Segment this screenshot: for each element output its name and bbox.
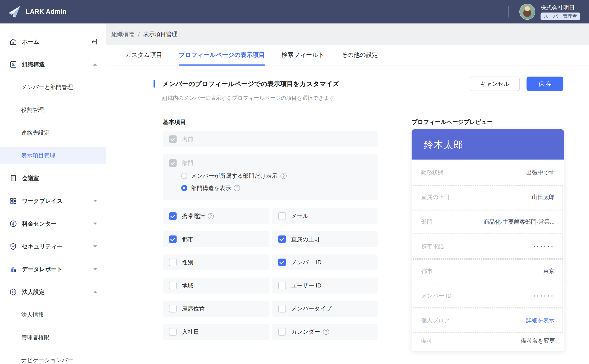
radio-unselected[interactable] bbox=[181, 173, 188, 179]
field-city[interactable]: 都市 bbox=[163, 231, 270, 247]
department-checkbox bbox=[169, 159, 177, 167]
sidebar-item-role-mgmt[interactable]: 役割管理 bbox=[0, 102, 106, 118]
checkbox-unchecked[interactable] bbox=[278, 282, 286, 289]
page-title: メンバーのプロフィールページでの表示項目をカスタマイズ bbox=[162, 79, 339, 88]
checkbox-unchecked[interactable] bbox=[169, 282, 177, 289]
role-badge: スーパー管理者 bbox=[540, 12, 580, 20]
checkbox-checked[interactable] bbox=[169, 212, 177, 220]
checkbox-checked[interactable] bbox=[278, 259, 286, 266]
preview-row-city: 都市 東京 bbox=[413, 259, 563, 283]
sidebar-item-workplace[interactable]: ワークプレイス bbox=[0, 193, 106, 209]
account-info[interactable]: 株式会社明日 スーパー管理者 bbox=[540, 4, 580, 20]
preview-title: プロフィールページプレビュー bbox=[412, 119, 564, 126]
checkbox-unchecked[interactable] bbox=[169, 328, 177, 336]
brand: LARK Admin bbox=[0, 5, 66, 19]
top-bar: LARK Admin 株式会社明日 スーパー管理者 bbox=[0, 0, 589, 23]
sidebar-item-org-structure[interactable]: 組織構造 bbox=[0, 56, 106, 73]
tab-profile-display-fields[interactable]: プロフィールページの表示項目 bbox=[179, 45, 265, 66]
sidebar-item-billing-center[interactable]: 料金センター bbox=[0, 215, 106, 232]
profile-preview-card: 鈴木太郎 勤務状態 出張中です 直属の上司 山田太郎 部門 bbox=[412, 129, 564, 351]
tab-search-fields[interactable]: 検索フィールド bbox=[281, 45, 325, 66]
bar-chart-icon bbox=[9, 265, 17, 273]
field-gender[interactable]: 性別 bbox=[163, 254, 270, 270]
billing-icon bbox=[9, 220, 17, 228]
change-remark-name[interactable]: 備考名を変更 bbox=[521, 337, 555, 344]
topbar-divider bbox=[508, 6, 509, 18]
radio-option-only-dept[interactable]: メンバーが所属する部門だけ表示 ? bbox=[163, 170, 378, 182]
sidebar-item-corporate-info[interactable]: 法人情報 bbox=[0, 306, 106, 323]
help-icon[interactable]: ? bbox=[323, 329, 329, 335]
preview-header: 鈴木太郎 bbox=[412, 129, 564, 160]
help-icon[interactable]: ? bbox=[234, 185, 240, 191]
field-email[interactable]: メール bbox=[272, 208, 378, 224]
org-structure-icon bbox=[9, 60, 17, 68]
sidebar-item-meeting-room[interactable]: 会議室 bbox=[0, 170, 106, 187]
sidebar-item-navigation-bar[interactable]: ナビゲーションバー bbox=[0, 352, 106, 364]
preview-row-department: 部門 商品化-主要顧客部門-営業... bbox=[413, 210, 563, 234]
corporate-settings-icon bbox=[9, 288, 17, 296]
tab-custom-fields[interactable]: カスタム項目 bbox=[125, 45, 162, 66]
field-region[interactable]: 地域 bbox=[163, 278, 270, 293]
preview-row-remarks: 備考 備考名を変更 bbox=[412, 333, 564, 351]
company-name: 株式会社明日 bbox=[540, 4, 575, 11]
field-direct-manager[interactable]: 直属の上司 bbox=[272, 231, 378, 247]
checkbox-checked[interactable] bbox=[169, 235, 177, 243]
field-seat-location[interactable]: 座席位置 bbox=[163, 301, 270, 317]
breadcrumb: 組織構造 / 表示項目管理 bbox=[106, 23, 589, 45]
name-label: 名前 bbox=[182, 136, 193, 143]
department-label: 部門 bbox=[182, 159, 193, 167]
cancel-button[interactable]: キャンセル bbox=[470, 77, 520, 91]
breadcrumb-section[interactable]: 組織構造 bbox=[111, 31, 134, 38]
sidebar-item-member-dept-mgmt[interactable]: メンバーと部門管理 bbox=[0, 79, 106, 96]
home-icon bbox=[9, 38, 17, 46]
app-window: LARK Admin 株式会社明日 スーパー管理者 ホーム bbox=[0, 0, 589, 364]
workplace-icon bbox=[9, 197, 17, 205]
checkbox-unchecked[interactable] bbox=[278, 212, 286, 220]
checkbox-unchecked[interactable] bbox=[169, 305, 177, 312]
lark-logo-icon bbox=[7, 5, 21, 19]
checkbox-unchecked[interactable] bbox=[278, 328, 286, 336]
field-user-id[interactable]: ユーザー ID bbox=[272, 278, 378, 293]
title-accent-bar bbox=[154, 80, 155, 88]
tab-other-settings[interactable]: その他の設定 bbox=[341, 45, 378, 66]
breadcrumb-separator: / bbox=[138, 31, 140, 37]
collapse-sidebar-icon[interactable] bbox=[90, 38, 98, 46]
sidebar-item-corporate-settings[interactable]: 法人設定 bbox=[0, 284, 106, 300]
avatar[interactable] bbox=[519, 4, 535, 20]
checkbox-unchecked[interactable] bbox=[169, 259, 177, 266]
chevron-down-icon bbox=[93, 268, 97, 270]
sidebar: ホーム 組織構造 メンバーと部門管理 役割管理 bbox=[0, 23, 106, 364]
brand-name: LARK Admin bbox=[26, 8, 67, 16]
breadcrumb-current: 表示項目管理 bbox=[143, 31, 177, 38]
sidebar-item-security[interactable]: セキュリティー bbox=[0, 238, 106, 255]
page-subtitle: 組織内のメンバーに表示するプロフィールページの項目を選択できます bbox=[162, 95, 563, 102]
name-checkbox bbox=[169, 135, 177, 143]
chevron-down-icon bbox=[93, 222, 97, 225]
checkbox-checked[interactable] bbox=[278, 235, 286, 243]
sidebar-item-home[interactable]: ホーム bbox=[0, 33, 106, 50]
field-member-id[interactable]: メンバー ID bbox=[272, 254, 378, 270]
field-mobile-phone[interactable]: 携帯電話 ? bbox=[163, 208, 270, 224]
sidebar-item-data-report[interactable]: データレポート bbox=[0, 261, 106, 278]
save-button[interactable]: 保 存 bbox=[526, 77, 563, 91]
field-member-type[interactable]: メンバータイプ bbox=[272, 301, 378, 317]
help-icon[interactable]: ? bbox=[280, 173, 287, 179]
preview-row-direct-manager: 直属の上司 山田太郎 bbox=[413, 185, 563, 209]
chevron-up-icon bbox=[93, 63, 97, 66]
help-icon[interactable]: ? bbox=[208, 213, 214, 219]
sidebar-item-contact-settings[interactable]: 連絡先設定 bbox=[0, 124, 106, 141]
sidebar-item-display-field-mgmt[interactable]: 表示項目管理 bbox=[0, 147, 106, 164]
shield-icon bbox=[9, 242, 17, 250]
field-calendar[interactable]: カレンダー ? bbox=[272, 324, 378, 340]
checkbox-unchecked[interactable] bbox=[278, 305, 286, 312]
preview-row-work-status: 勤務状態 出張中です bbox=[412, 160, 564, 186]
basic-fields-heading: 基本項目 bbox=[163, 119, 378, 126]
preview-member-name: 鈴木太郎 bbox=[424, 138, 463, 151]
radio-option-dept-structure[interactable]: 部門構造を表示 ? bbox=[163, 182, 378, 194]
chevron-down-icon bbox=[93, 200, 97, 202]
sidebar-item-admin-rights[interactable]: 管理者権限 bbox=[0, 329, 106, 346]
chevron-up-icon bbox=[93, 291, 97, 293]
show-details-link[interactable]: 詳細を表示 bbox=[526, 317, 555, 324]
field-hire-date[interactable]: 入社日 bbox=[163, 324, 270, 340]
radio-selected[interactable] bbox=[181, 185, 188, 191]
